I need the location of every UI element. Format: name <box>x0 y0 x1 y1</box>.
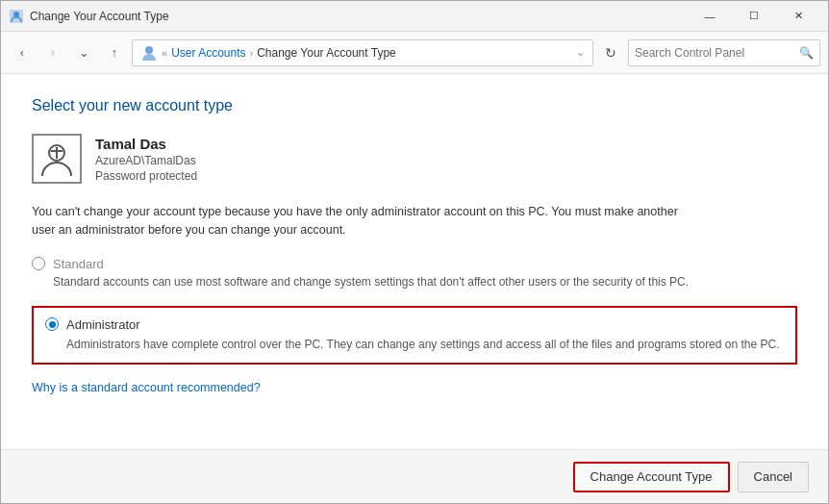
user-details: Tamal Das AzureAD\TamalDas Password prot… <box>95 136 197 183</box>
refresh-button[interactable]: ↻ <box>597 39 624 66</box>
administrator-description: Administrators have complete control ove… <box>66 336 784 353</box>
breadcrumb-arrow: « <box>162 47 167 59</box>
window: Change Your Account Type — ☐ ✕ ‹ › ⌄ ↑ «… <box>0 0 829 504</box>
breadcrumb-chevron-icon[interactable]: ⌄ <box>576 46 585 59</box>
breadcrumb: « User Accounts › Change Your Account Ty… <box>132 39 593 66</box>
user-account: AzureAD\TamalDas <box>95 154 197 167</box>
dropdown-button[interactable]: ⌄ <box>70 39 97 66</box>
breadcrumb-separator: › <box>250 47 254 59</box>
radio-fill <box>49 321 56 328</box>
svg-point-2 <box>145 46 153 54</box>
svg-point-1 <box>13 12 19 17</box>
user-name: Tamal Das <box>95 136 197 152</box>
up-button[interactable]: ↑ <box>101 39 128 66</box>
standard-option-header: Standard <box>32 257 797 271</box>
user-status: Password protected <box>95 169 197 183</box>
administrator-option-box: Administrator Administrators have comple… <box>32 306 797 365</box>
user-info: Tamal Das AzureAD\TamalDas Password prot… <box>32 134 797 184</box>
search-icon: 🔍 <box>799 46 814 60</box>
section-title: Select your new account type <box>32 97 797 114</box>
cancel-button[interactable]: Cancel <box>738 462 809 492</box>
standard-option: Standard Standard accounts can use most … <box>32 257 797 290</box>
user-accounts-icon <box>140 44 158 62</box>
title-bar: Change Your Account Type — ☐ ✕ <box>1 1 828 32</box>
standard-label: Standard <box>53 257 104 271</box>
standard-radio[interactable] <box>32 257 45 270</box>
content-area: Select your new account type Tamal Das A… <box>1 74 828 449</box>
administrator-radio[interactable] <box>45 317 59 331</box>
option-group: Standard Standard accounts can use most … <box>32 257 797 365</box>
close-button[interactable]: ✕ <box>776 1 820 32</box>
minimize-button[interactable]: — <box>688 1 732 32</box>
warning-text: You can't change your account type becau… <box>32 203 686 239</box>
standard-description: Standard accounts can use most software … <box>53 273 797 290</box>
administrator-option-header: Administrator <box>45 317 784 332</box>
bottom-bar: Change Account Type Cancel <box>1 449 828 503</box>
window-icon <box>9 9 24 24</box>
address-bar: ‹ › ⌄ ↑ « User Accounts › Change Your Ac… <box>1 32 828 74</box>
breadcrumb-link-user-accounts[interactable]: User Accounts <box>171 46 245 60</box>
restore-button[interactable]: ☐ <box>732 1 776 32</box>
breadcrumb-current: Change Your Account Type <box>257 46 396 60</box>
window-title: Change Your Account Type <box>30 10 688 23</box>
search-input[interactable] <box>635 46 795 60</box>
why-link[interactable]: Why is a standard account recommended? <box>32 381 261 394</box>
administrator-label: Administrator <box>66 317 140 332</box>
forward-button[interactable]: › <box>39 39 66 66</box>
back-button[interactable]: ‹ <box>9 39 36 66</box>
avatar <box>32 134 82 184</box>
title-bar-controls: — ☐ ✕ <box>688 1 820 32</box>
search-box[interactable]: 🔍 <box>628 39 820 66</box>
change-account-type-button[interactable]: Change Account Type <box>573 462 730 492</box>
